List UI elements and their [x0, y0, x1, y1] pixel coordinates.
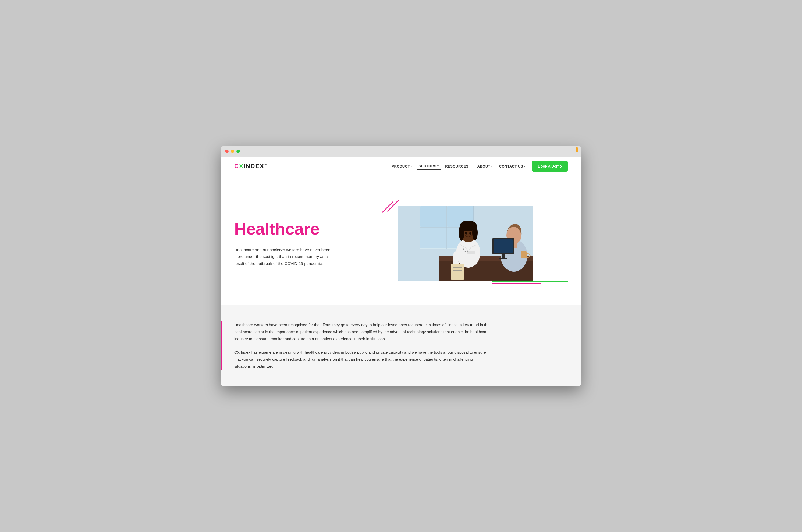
- nav-label-product: PRODUCT: [392, 164, 410, 168]
- content-paragraph-2: CX Index has experience in dealing with …: [234, 349, 490, 370]
- nav-link-resources[interactable]: RESOURCES ▾: [443, 163, 473, 169]
- scroll-thumb: [576, 147, 578, 152]
- content-text: Healthcare workers have been recognised …: [234, 321, 490, 370]
- svg-rect-30: [499, 258, 507, 259]
- book-demo-button[interactable]: Book a Demo: [532, 161, 568, 172]
- svg-rect-28: [494, 240, 513, 253]
- svg-point-19: [469, 232, 472, 234]
- logo-index: INDEX: [244, 163, 264, 169]
- svg-rect-7: [420, 206, 446, 227]
- nav-item-sectors[interactable]: SECTORS ▾: [417, 163, 441, 170]
- dot-yellow[interactable]: [231, 150, 234, 153]
- logo-tm: ™: [264, 164, 267, 167]
- svg-point-18: [465, 232, 467, 234]
- svg-point-17: [472, 225, 478, 240]
- svg-rect-9: [420, 228, 446, 248]
- dot-red[interactable]: [225, 150, 229, 153]
- nav-arrow-product: ▾: [411, 165, 412, 168]
- deco-lines-bottom-svg: [493, 280, 568, 285]
- content-paragraph-1: Healthcare workers have been recognised …: [234, 321, 490, 342]
- svg-rect-29: [502, 254, 504, 258]
- nav-item-contact[interactable]: CONTACT US ▾: [497, 163, 528, 169]
- nav-link-product[interactable]: PRODUCT ▾: [389, 163, 414, 169]
- nav-arrow-resources: ▾: [469, 165, 471, 168]
- content-wrapper: Healthcare workers have been recognised …: [234, 321, 568, 370]
- deco-lines-top: [380, 198, 401, 215]
- nav-arrow-sectors: ▾: [437, 165, 439, 167]
- nav-label-contact: CONTACT US: [499, 164, 523, 168]
- hero-section: Healthcare Healthcare and our society's …: [221, 176, 581, 305]
- browser-dots: [225, 150, 240, 153]
- logo: CXINDEX™: [234, 163, 267, 170]
- hero-title: Healthcare: [234, 220, 352, 238]
- nav-link-contact[interactable]: CONTACT US ▾: [497, 163, 528, 169]
- svg-rect-20: [451, 264, 464, 280]
- dot-green[interactable]: [236, 150, 240, 153]
- browser-content: CXINDEX™ PRODUCT ▾ SECTORS ▾: [221, 157, 581, 386]
- scroll-indicator: [575, 146, 578, 156]
- nav-label-about: ABOUT: [477, 164, 491, 168]
- nav-label-resources: RESOURCES: [445, 164, 469, 168]
- logo-x: X: [239, 163, 244, 169]
- logo-c: C: [234, 163, 239, 169]
- deco-lines-top-svg: [380, 198, 401, 214]
- nav-link-about[interactable]: ABOUT ▾: [475, 163, 495, 169]
- browser-titlebar: [221, 146, 581, 157]
- svg-point-16: [459, 225, 464, 241]
- svg-rect-31: [521, 251, 527, 258]
- hero-right: [363, 206, 568, 281]
- nav-arrow-contact: ▾: [524, 165, 526, 168]
- nav-item-resources[interactable]: RESOURCES ▾: [443, 163, 473, 169]
- browser-window: CXINDEX™ PRODUCT ▾ SECTORS ▾: [221, 146, 581, 386]
- nav-links: PRODUCT ▾ SECTORS ▾ RESOURCES ▾: [389, 163, 528, 170]
- nav-label-sectors: SECTORS: [419, 164, 437, 168]
- logo-text: CXINDEX™: [234, 163, 267, 170]
- nav-arrow-about: ▾: [491, 165, 493, 168]
- hero-description: Healthcare and our society's welfare hav…: [234, 246, 337, 267]
- hero-left: Healthcare Healthcare and our society's …: [234, 220, 363, 267]
- healthcare-scene-svg: [398, 206, 533, 281]
- deco-lines-bottom: [493, 280, 568, 286]
- nav-item-about[interactable]: ABOUT ▾: [475, 163, 495, 169]
- navbar: CXINDEX™ PRODUCT ▾ SECTORS ▾: [221, 157, 581, 176]
- pink-accent-bar: [221, 321, 223, 370]
- nav-item-product[interactable]: PRODUCT ▾: [389, 163, 414, 169]
- nav-link-sectors[interactable]: SECTORS ▾: [417, 163, 441, 170]
- svg-rect-32: [467, 251, 475, 254]
- healthcare-image: [398, 206, 533, 281]
- content-section: Healthcare workers have been recognised …: [221, 305, 581, 386]
